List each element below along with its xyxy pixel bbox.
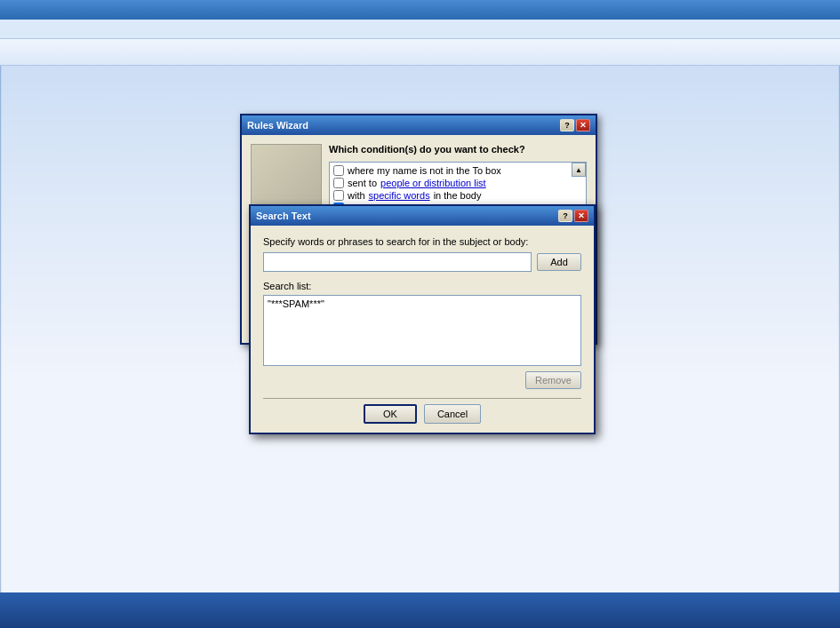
condition-link-3[interactable]: specific words xyxy=(369,190,430,201)
toolbar xyxy=(0,39,840,66)
search-close-button[interactable]: ✕ xyxy=(574,210,588,222)
condition-text-3a: with xyxy=(348,190,365,201)
search-list-label: Search list: xyxy=(263,281,581,291)
titlebar-buttons: ? ✕ xyxy=(560,119,590,131)
search-ok-button[interactable]: OK xyxy=(364,404,417,424)
search-text-dialog: Search Text ? ✕ Specify words or phrases… xyxy=(249,204,596,434)
rules-wizard-titlebar: Rules Wizard ? ✕ xyxy=(242,115,596,135)
search-help-button[interactable]: ? xyxy=(558,210,572,222)
search-titlebar-buttons: ? ✕ xyxy=(558,210,588,222)
condition-checkbox-2[interactable] xyxy=(333,178,344,188)
search-titlebar: Search Text ? ✕ xyxy=(251,206,594,226)
condition-item-3: with specific words in the body xyxy=(332,189,584,202)
condition-checkbox-3[interactable] xyxy=(333,190,344,201)
menu-bar xyxy=(0,20,840,39)
search-add-button[interactable]: Add xyxy=(537,253,581,271)
condition-item-2: sent to people or distribution list xyxy=(332,177,584,189)
search-list-box: "***SPAM***" xyxy=(263,295,581,366)
search-cancel-button[interactable]: Cancel xyxy=(424,404,481,424)
condition-link-2[interactable]: people or distribution list xyxy=(380,178,486,188)
search-list-item-1[interactable]: "***SPAM***" xyxy=(266,298,579,310)
search-dialog-title: Search Text xyxy=(256,211,311,221)
rules-wizard-close-button[interactable]: ✕ xyxy=(576,119,590,131)
condition-text-3b: in the body xyxy=(434,190,482,201)
search-text-input[interactable] xyxy=(263,252,532,272)
remove-btn-row: Remove xyxy=(263,371,581,389)
search-remove-button[interactable]: Remove xyxy=(525,371,581,389)
search-input-row: Add xyxy=(263,252,581,272)
search-body: Specify words or phrases to search for i… xyxy=(251,226,594,433)
wizard-image xyxy=(251,144,322,206)
search-instruction-label: Specify words or phrases to search for i… xyxy=(263,236,581,247)
condition-item-1: where my name is not in the To box xyxy=(332,164,584,177)
condition-checkbox-1[interactable] xyxy=(333,165,344,176)
top-bar xyxy=(0,0,840,20)
wizard-question: Which condition(s) do you want to check? xyxy=(329,144,587,155)
search-dialog-buttons: OK Cancel xyxy=(263,398,581,424)
scroll-up-button[interactable]: ▲ xyxy=(572,163,586,177)
condition-text-2a: sent to xyxy=(348,178,377,188)
taskbar xyxy=(0,592,840,628)
condition-label-1: where my name is not in the To box xyxy=(348,165,501,176)
rules-wizard-title: Rules Wizard xyxy=(247,120,308,131)
rules-wizard-help-button[interactable]: ? xyxy=(560,119,574,131)
